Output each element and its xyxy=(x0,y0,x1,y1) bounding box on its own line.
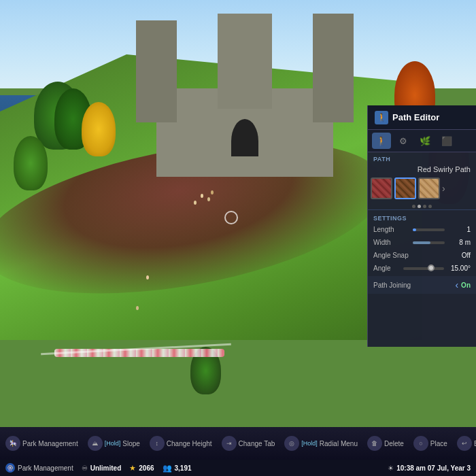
park-icon: 🎠 xyxy=(5,436,20,451)
guests-value: 3,191 xyxy=(175,464,192,472)
delete-label: Delete xyxy=(384,440,404,447)
angle-value: 15.00° xyxy=(447,265,471,272)
status-time: ☀ 10:38 am 07 Jul, Year 3 xyxy=(388,464,471,472)
bottom-toolbar: 🎠 Park Management ⛰ [Hold] Slope ↕ Chang… xyxy=(0,427,476,460)
angle-snap-row: Angle Snap Off xyxy=(368,249,476,262)
length-slider[interactable] xyxy=(413,228,445,231)
path-joining-value: On xyxy=(461,282,471,289)
divider-1 xyxy=(368,209,476,210)
radial-icon: ◎ xyxy=(284,436,299,451)
path-section-label: PATH xyxy=(368,152,476,164)
crowd-person xyxy=(194,201,197,205)
crowd-person xyxy=(146,275,149,279)
place-icon: ○ xyxy=(413,436,428,451)
slope-label: Slope xyxy=(122,440,140,447)
castle-tower-center xyxy=(218,14,272,109)
dot-4 xyxy=(428,205,432,208)
back-icon: ↩ xyxy=(457,436,472,451)
path-thumb-2[interactable] xyxy=(394,177,416,199)
path-thumb-3[interactable] xyxy=(418,177,440,199)
height-icon: ↕ xyxy=(150,436,165,451)
castle-tower-right xyxy=(313,14,354,122)
path-editor-icon: 🚶 xyxy=(375,111,388,124)
status-park: 🎡 Park Management xyxy=(5,463,73,473)
crowd-person xyxy=(211,190,214,194)
thumb-tan xyxy=(420,179,439,198)
status-rating: ★ 2066 xyxy=(129,464,154,473)
game-viewport: 🚶 Path Editor 🚶 ⚙ 🌿 ⬛ PATH Red Swirly Pa… xyxy=(0,0,476,476)
radial-hold: [Hold] xyxy=(301,440,318,447)
path-thumbnails: › xyxy=(368,176,476,203)
tab-scenery[interactable]: 🌿 xyxy=(415,133,435,149)
sun-icon: ☀ xyxy=(388,464,394,472)
star-icon: ★ xyxy=(129,464,136,473)
castle-arch xyxy=(231,119,258,156)
crowd-person xyxy=(207,197,210,201)
thumb-red xyxy=(372,179,391,198)
toolbar-item-radial[interactable]: ◎ [Hold] Radial Menu xyxy=(284,436,358,451)
tab-icon: ⇥ xyxy=(222,436,237,451)
tree-green-2 xyxy=(14,136,48,190)
toolbar-item-height[interactable]: ↕ Change Height xyxy=(150,436,212,451)
place-label: Place xyxy=(430,440,447,447)
width-value: 8 m xyxy=(450,239,471,246)
tab-path[interactable]: 🚶 xyxy=(372,133,391,149)
path-joining-label: Path Joining xyxy=(373,282,452,289)
width-slider-fill xyxy=(413,241,430,244)
castle xyxy=(136,41,354,177)
tab-bar: 🚶 ⚙ 🌿 ⬛ xyxy=(368,130,476,152)
money-icon: ♾ xyxy=(82,464,88,472)
delete-icon: 🗑 xyxy=(367,436,382,451)
settings-section-label: SETTINGS xyxy=(368,211,476,223)
thumb-dots xyxy=(368,203,476,208)
length-value: 1 xyxy=(450,226,471,233)
toolbar-item-back[interactable]: ↩ Back xyxy=(457,436,476,451)
thumb-brown xyxy=(396,179,415,198)
toolbar-item-place[interactable]: ○ Place xyxy=(413,436,447,451)
chevron-right-icon[interactable]: › xyxy=(442,183,445,194)
toolbar-item-delete[interactable]: 🗑 Delete xyxy=(367,436,404,451)
tab-label: Change Tab xyxy=(239,440,275,447)
status-money: ♾ Unlimited xyxy=(82,464,122,472)
path-thumb-1[interactable] xyxy=(371,177,392,199)
money-value: Unlimited xyxy=(90,464,122,472)
joining-arrow-icon[interactable]: ‹ xyxy=(455,279,458,290)
path-circle-marker xyxy=(224,211,238,224)
radial-label: Radial Menu xyxy=(320,440,358,447)
path-editor-title: Path Editor xyxy=(392,112,439,122)
time-value: 10:38 am 07 Jul, Year 3 xyxy=(396,464,471,472)
tab-queue[interactable]: ⬛ xyxy=(437,133,456,149)
toolbar-item-park: 🎠 Park Management xyxy=(5,436,78,451)
dot-2 xyxy=(418,205,421,208)
park-status-icon: 🎡 xyxy=(5,463,15,473)
width-slider[interactable] xyxy=(413,241,445,244)
angle-snap-value: Off xyxy=(450,252,471,259)
crowd-person xyxy=(201,194,203,198)
status-bar: 🎡 Park Management ♾ Unlimited ★ 2066 👥 3… xyxy=(0,460,476,476)
crowd-person xyxy=(136,306,139,310)
path-editor-header: 🚶 Path Editor xyxy=(368,105,476,130)
dot-1 xyxy=(412,205,415,208)
slope-icon: ⛰ xyxy=(88,436,103,451)
width-row: Width 8 m xyxy=(368,236,476,249)
status-guests: 👥 3,191 xyxy=(163,464,192,473)
length-slider-fill xyxy=(413,228,416,231)
width-label: Width xyxy=(373,239,407,246)
angle-label: Angle xyxy=(373,265,401,272)
dot-3 xyxy=(423,205,426,208)
park-name: Park Management xyxy=(18,464,73,472)
angle-dot xyxy=(428,265,435,271)
people-icon: 👥 xyxy=(163,464,172,473)
angle-slider[interactable] xyxy=(403,267,444,270)
tree-yellow xyxy=(82,102,116,156)
length-label: Length xyxy=(373,226,407,233)
path-joining-row: Path Joining ‹ On xyxy=(368,276,476,294)
path-editor-panel: 🚶 Path Editor 🚶 ⚙ 🌿 ⬛ PATH Red Swirly Pa… xyxy=(367,105,476,347)
path-name: Red Swirly Path xyxy=(368,164,476,176)
toolbar-item-tab[interactable]: ⇥ Change Tab xyxy=(222,436,275,451)
angle-snap-label: Angle Snap xyxy=(373,252,447,259)
rating-value: 2066 xyxy=(139,464,154,472)
slope-hold: [Hold] xyxy=(105,440,121,447)
tab-settings[interactable]: ⚙ xyxy=(394,133,413,149)
toolbar-item-slope[interactable]: ⛰ [Hold] Slope xyxy=(88,436,140,451)
